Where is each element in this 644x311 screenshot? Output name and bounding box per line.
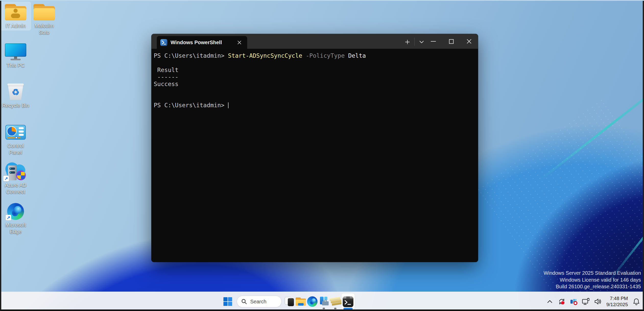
close-button[interactable] bbox=[460, 34, 478, 49]
terminal-blank-line bbox=[154, 95, 475, 102]
argument-text: Delta bbox=[348, 52, 366, 59]
search-placeholder: Search bbox=[250, 299, 266, 305]
task-view-button[interactable] bbox=[284, 293, 295, 310]
terminal-blank-line bbox=[154, 59, 475, 67]
minimize-button[interactable] bbox=[424, 34, 442, 49]
running-indicator bbox=[323, 308, 325, 309]
powershell-icon bbox=[160, 39, 167, 46]
task-view-icon bbox=[285, 297, 294, 306]
watermark-line-1: Windows Server 2025 Standard Evaluation bbox=[544, 270, 641, 277]
clock[interactable]: 7:48 PM 9/12/2025 bbox=[606, 295, 628, 308]
result-value: Success bbox=[154, 81, 475, 88]
admin-tools-button[interactable] bbox=[330, 293, 341, 310]
notification-bell-icon[interactable] bbox=[632, 297, 640, 306]
server-manager-button[interactable] bbox=[318, 293, 329, 310]
result-divider: ------ bbox=[154, 74, 475, 81]
volume-icon[interactable] bbox=[594, 297, 602, 306]
taskbar: Search bbox=[0, 292, 644, 311]
watermark-line-2: Windows License valid for 146 days bbox=[544, 277, 641, 283]
icon-label: Control Panel bbox=[1, 142, 30, 156]
recycle-bin-icon: ♻ bbox=[7, 83, 24, 101]
windows-terminal-window: Windows PowerShell bbox=[151, 34, 478, 262]
text-cursor bbox=[228, 102, 229, 108]
terminal-icon bbox=[343, 296, 353, 307]
desktop-icon-it-admin[interactable]: IT Admin bbox=[1, 2, 31, 30]
result-header: Result bbox=[154, 67, 475, 74]
screen-border bbox=[643, 0, 644, 311]
parameter-text: -PolicyType bbox=[302, 52, 348, 59]
terminal-prompt-line: PS C:\Users\itadmin> bbox=[154, 102, 475, 109]
terminal-titlebar[interactable]: Windows PowerShell bbox=[151, 34, 478, 49]
desktop-icon-malcolm-soto[interactable]: Malcolm Soto bbox=[29, 2, 59, 37]
search-icon bbox=[241, 298, 247, 305]
maximize-button[interactable] bbox=[442, 34, 460, 49]
folder-icon bbox=[33, 3, 55, 21]
new-tab-icon[interactable] bbox=[402, 37, 413, 47]
shortcut-arrow-icon: ↗ bbox=[6, 215, 11, 220]
edge-icon bbox=[307, 296, 318, 307]
azure-ad-connect-tray-icon[interactable] bbox=[570, 297, 578, 306]
terminal-command-line: PS C:\Users\itadmin> Start-ADSyncSyncCyc… bbox=[154, 52, 475, 59]
books-icon bbox=[329, 296, 341, 307]
desktop-icon-this-pc[interactable]: This PC bbox=[1, 42, 31, 70]
start-button[interactable] bbox=[221, 293, 234, 310]
folder-user-icon bbox=[4, 3, 27, 21]
edge-button[interactable] bbox=[307, 293, 318, 310]
screen-border bbox=[0, 0, 644, 1]
screen-border bbox=[0, 309, 644, 311]
desktop-icon-microsoft-edge[interactable]: ↗ Microsoft Edge bbox=[1, 201, 31, 236]
server-manager-icon bbox=[319, 297, 329, 306]
windows-logo-icon bbox=[223, 297, 232, 306]
control-panel-icon bbox=[5, 123, 26, 141]
tabbar-divider bbox=[414, 38, 415, 46]
monitor-icon bbox=[5, 43, 26, 61]
terminal-viewport[interactable]: PS C:\Users\itadmin> Start-ADSyncSyncCyc… bbox=[151, 49, 478, 262]
tab-title: Windows PowerShell bbox=[171, 40, 235, 45]
desktop-icon-control-panel[interactable]: Control Panel bbox=[1, 122, 31, 157]
desktop-icon-azure-ad-connect[interactable]: ↗ Azure AD Connect bbox=[1, 161, 31, 196]
desktop-icon-recycle-bin[interactable]: ♻ Recycle Bin bbox=[1, 82, 31, 110]
prompt-text: PS C:\Users\itadmin> bbox=[154, 52, 228, 59]
azure-ad-connect-icon: ↗ bbox=[4, 162, 27, 181]
terminal-button[interactable] bbox=[341, 293, 355, 310]
icon-label: Malcolm Soto bbox=[35, 22, 54, 36]
watermark-line-3: Build 26100.ge_release.240331-1435 bbox=[544, 283, 641, 290]
screen-border bbox=[0, 0, 1, 311]
shortcut-arrow-icon: ↗ bbox=[3, 176, 9, 181]
icon-label: Azure AD Connect bbox=[5, 182, 26, 195]
icon-label: Recycle Bin bbox=[2, 102, 29, 109]
icon-label: Microsoft Edge bbox=[5, 222, 26, 235]
icon-label: This PC bbox=[6, 62, 25, 69]
tab-windows-powershell[interactable]: Windows PowerShell bbox=[157, 36, 247, 49]
sync-status-icon[interactable] bbox=[558, 297, 566, 306]
file-explorer-icon bbox=[296, 297, 306, 306]
clock-date: 9/12/2025 bbox=[606, 302, 628, 308]
terminal-blank-line bbox=[154, 88, 475, 95]
desktop-screen: IT Admin Malcolm Soto This PC ♻ Recycle … bbox=[0, 0, 644, 311]
tab-close-icon[interactable] bbox=[235, 38, 244, 47]
icon-label: IT Admin bbox=[6, 22, 26, 29]
evaluation-watermark: Windows Server 2025 Standard Evaluation … bbox=[544, 270, 641, 290]
prompt-text: PS C:\Users\itadmin> bbox=[154, 102, 228, 109]
running-indicator bbox=[334, 308, 337, 309]
edge-icon: ↗ bbox=[7, 202, 24, 221]
command-text: Start-ADSyncSyncCycle bbox=[228, 52, 302, 59]
clock-time: 7:48 PM bbox=[606, 295, 628, 302]
search-input[interactable]: Search bbox=[237, 296, 282, 307]
hidden-icons-chevron[interactable] bbox=[546, 297, 554, 306]
file-explorer-button[interactable] bbox=[295, 293, 306, 310]
network-icon[interactable] bbox=[582, 297, 590, 306]
